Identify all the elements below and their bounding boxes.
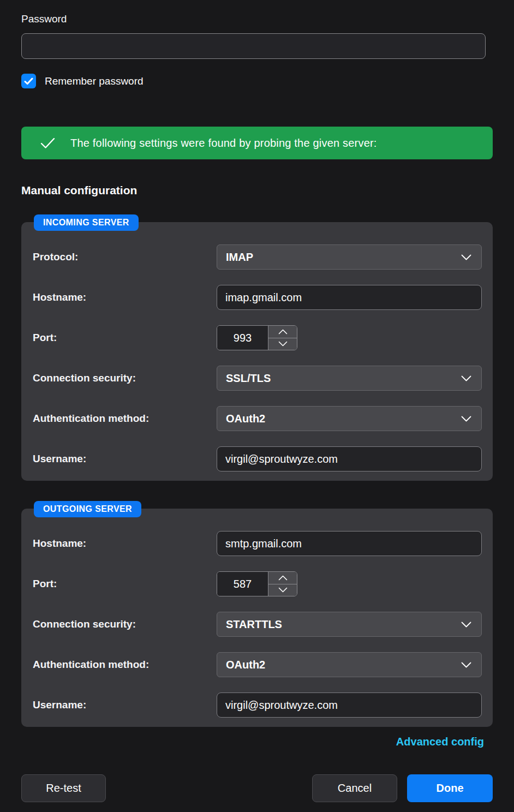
password-input[interactable]: [21, 33, 486, 59]
incoming-auth-row: Authentication method: OAuth2: [33, 406, 482, 431]
footer-button-bar: Re-test Cancel Done: [21, 774, 493, 802]
port-label: Port:: [33, 578, 217, 590]
authentication-method-label: Authentication method:: [33, 413, 217, 425]
incoming-security-select[interactable]: SSL/TLS: [217, 366, 482, 391]
chevron-down-icon: [461, 416, 471, 422]
incoming-port-spin-buttons: [268, 326, 297, 350]
checkmark-icon: [24, 77, 33, 85]
manual-configuration-heading: Manual configuration: [21, 184, 493, 197]
incoming-auth-select[interactable]: OAuth2: [217, 406, 482, 431]
incoming-server-badge: INCOMING SERVER: [34, 214, 139, 231]
auth-selected-value: OAuth2: [226, 413, 265, 425]
outgoing-username-input[interactable]: [217, 692, 482, 718]
incoming-security-row: Connection security: SSL/TLS: [33, 366, 482, 391]
security-selected-value: STARTTLS: [226, 618, 282, 631]
outgoing-server-panel: Hostname: Port:: [21, 509, 493, 727]
chevron-down-icon: [461, 662, 471, 668]
outgoing-security-select[interactable]: STARTTLS: [217, 612, 482, 637]
password-label: Password: [21, 13, 493, 25]
incoming-server-panel: Protocol: IMAP Hostname: Port:: [21, 222, 493, 481]
incoming-hostname-row: Hostname:: [33, 285, 482, 310]
probe-success-banner: The following settings were found by pro…: [21, 127, 493, 159]
remember-password-row[interactable]: Remember password: [21, 74, 493, 88]
outgoing-port-input[interactable]: [217, 572, 268, 596]
incoming-port-input[interactable]: [217, 326, 268, 350]
cancel-button[interactable]: Cancel: [312, 774, 397, 802]
port-decrement-button[interactable]: [268, 584, 297, 596]
incoming-port-row: Port:: [33, 325, 482, 350]
username-label: Username:: [33, 453, 217, 465]
incoming-hostname-input[interactable]: [217, 285, 482, 310]
outgoing-port-stepper: [217, 571, 297, 596]
remember-password-label: Remember password: [45, 75, 144, 87]
chevron-down-icon: [461, 254, 471, 260]
chevron-down-icon: [278, 587, 288, 593]
port-decrement-button[interactable]: [268, 338, 297, 350]
auth-selected-value: OAuth2: [226, 659, 265, 671]
advanced-config-row: Advanced config: [21, 736, 493, 748]
done-button[interactable]: Done: [407, 774, 493, 802]
retest-button[interactable]: Re-test: [21, 774, 106, 802]
incoming-username-row: Username:: [33, 446, 482, 471]
success-check-icon: [40, 138, 55, 149]
protocol-select[interactable]: IMAP: [217, 244, 482, 270]
outgoing-server-badge: OUTGOING SERVER: [34, 501, 141, 517]
outgoing-username-row: Username:: [33, 692, 482, 718]
outgoing-port-spin-buttons: [268, 572, 297, 596]
protocol-selected-value: IMAP: [226, 251, 253, 264]
outgoing-security-row: Connection security: STARTTLS: [33, 612, 482, 637]
remember-password-checkbox[interactable]: [21, 74, 36, 88]
connection-security-label: Connection security:: [33, 618, 217, 630]
outgoing-hostname-input[interactable]: [217, 531, 482, 556]
incoming-server-section: INCOMING SERVER Protocol: IMAP Hostname:: [21, 214, 493, 481]
chevron-up-icon: [278, 575, 288, 581]
username-label: Username:: [33, 699, 217, 711]
incoming-port-stepper: [217, 325, 297, 350]
account-setup-panel: Password Remember password The following…: [0, 0, 514, 812]
port-increment-button[interactable]: [268, 572, 297, 584]
outgoing-port-row: Port:: [33, 571, 482, 596]
port-increment-button[interactable]: [268, 326, 297, 338]
outgoing-server-section: OUTGOING SERVER Hostname: Port:: [21, 501, 493, 727]
chevron-down-icon: [461, 375, 471, 381]
connection-security-label: Connection security:: [33, 372, 217, 384]
outgoing-hostname-row: Hostname:: [33, 531, 482, 556]
advanced-config-link[interactable]: Advanced config: [396, 736, 484, 748]
incoming-username-input[interactable]: [217, 446, 482, 471]
chevron-down-icon: [461, 622, 471, 628]
outgoing-auth-row: Authentication method: OAuth2: [33, 652, 482, 677]
security-selected-value: SSL/TLS: [226, 372, 271, 385]
port-label: Port:: [33, 332, 217, 344]
incoming-protocol-row: Protocol: IMAP: [33, 244, 482, 270]
hostname-label: Hostname:: [33, 538, 217, 550]
chevron-up-icon: [278, 329, 288, 335]
hostname-label: Hostname:: [33, 291, 217, 303]
authentication-method-label: Authentication method:: [33, 659, 217, 671]
protocol-label: Protocol:: [33, 251, 217, 263]
chevron-down-icon: [278, 341, 288, 347]
outgoing-auth-select[interactable]: OAuth2: [217, 652, 482, 677]
probe-success-message: The following settings were found by pro…: [70, 137, 377, 150]
